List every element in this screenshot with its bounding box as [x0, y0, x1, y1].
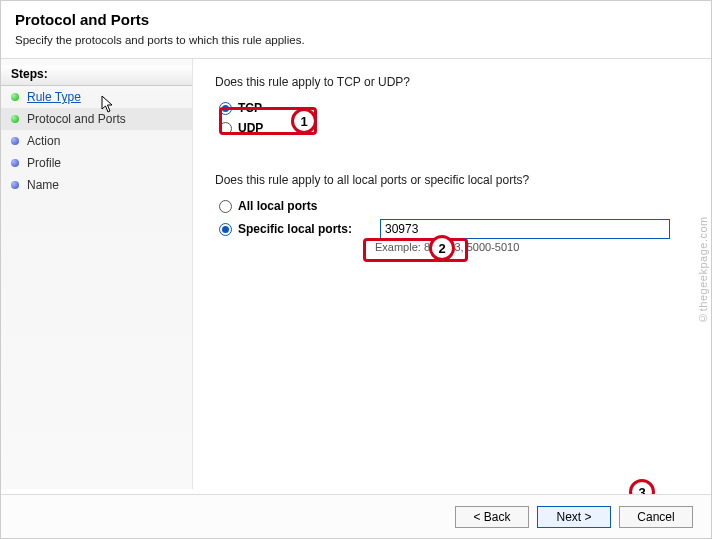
wizard-content: Does this rule apply to TCP or UDP? TCP …: [193, 59, 711, 489]
step-label: Protocol and Ports: [27, 112, 126, 126]
step-label: Profile: [27, 156, 61, 170]
back-button[interactable]: < Back: [455, 506, 529, 528]
bullet-icon: [11, 93, 19, 101]
page-title: Protocol and Ports: [15, 11, 697, 28]
wizard-header: Protocol and Ports Specify the protocols…: [1, 1, 711, 54]
step-label: Name: [27, 178, 59, 192]
ports-input[interactable]: [380, 219, 670, 239]
radio-specific-ports[interactable]: [219, 223, 232, 236]
step-action[interactable]: Action: [1, 130, 192, 152]
step-label: Action: [27, 134, 60, 148]
step-rule-type[interactable]: Rule Type: [1, 86, 192, 108]
steps-header: Steps:: [1, 65, 192, 86]
radio-all-ports-label: All local ports: [238, 199, 317, 213]
radio-all-ports-row[interactable]: All local ports: [219, 199, 687, 213]
steps-sidebar: Steps: Rule Type Protocol and Ports Acti…: [1, 59, 193, 489]
radio-specific-ports-row[interactable]: Specific local ports:: [219, 219, 687, 239]
radio-tcp-row[interactable]: TCP: [219, 101, 687, 115]
question-protocol: Does this rule apply to TCP or UDP?: [215, 75, 687, 89]
radio-tcp[interactable]: [219, 102, 232, 115]
bullet-icon: [11, 181, 19, 189]
bullet-icon: [11, 159, 19, 167]
step-profile[interactable]: Profile: [1, 152, 192, 174]
bullet-icon: [11, 115, 19, 123]
radio-all-ports[interactable]: [219, 200, 232, 213]
radio-udp-row[interactable]: UDP: [219, 121, 687, 135]
next-button[interactable]: Next >: [537, 506, 611, 528]
step-protocol-ports[interactable]: Protocol and Ports: [1, 108, 192, 130]
question-ports: Does this rule apply to all local ports …: [215, 173, 687, 187]
wizard-footer: < Back Next > Cancel: [1, 494, 711, 538]
watermark: ©thegeekpage.com: [697, 216, 709, 323]
radio-udp[interactable]: [219, 122, 232, 135]
step-label: Rule Type: [27, 90, 81, 104]
ports-example: Example: 80, 443, 5000-5010: [375, 241, 687, 253]
bullet-icon: [11, 137, 19, 145]
radio-udp-label: UDP: [238, 121, 263, 135]
page-subtitle: Specify the protocols and ports to which…: [15, 34, 697, 46]
radio-tcp-label: TCP: [238, 101, 262, 115]
cancel-button[interactable]: Cancel: [619, 506, 693, 528]
step-name[interactable]: Name: [1, 174, 192, 196]
radio-specific-ports-label: Specific local ports:: [238, 222, 368, 236]
